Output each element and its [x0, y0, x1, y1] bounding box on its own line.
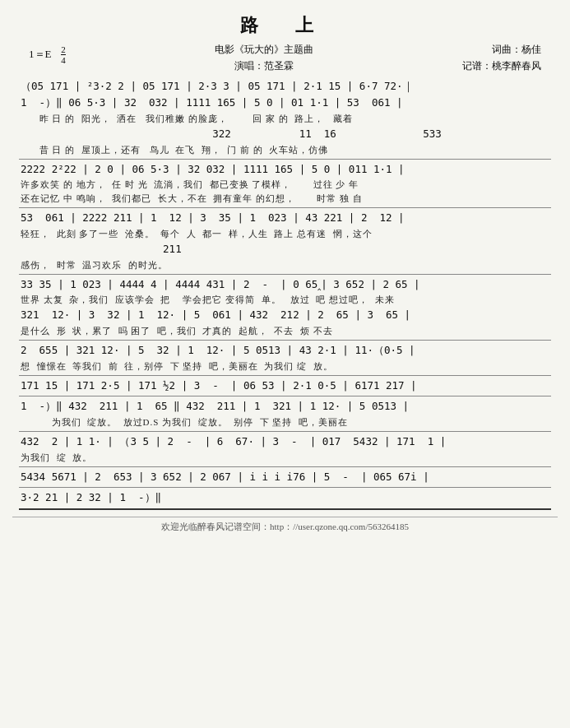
key-time: 1＝E 2 4 [29, 41, 66, 65]
separator-line [19, 431, 551, 432]
separator-line [19, 396, 551, 396]
notation-line: 432 2 | 1 1· | （3 5 | 2 - | 6 67· | 3 - … [19, 434, 551, 451]
notation-line: 321 12· | 3 32 | 1 12· | 5 061 | 432 212… [19, 307, 551, 324]
film-line2: 演唱：范圣霖 [215, 58, 313, 74]
notation-line: （05 171 | ²3·2 2 | 05 171 | 2·3 3 | 05 1… [19, 78, 551, 95]
lyric-line: 为我们 绽 放。 [19, 451, 551, 465]
separator-line [19, 466, 551, 467]
page: 路 上 1＝E 2 4 电影《玩大的》主题曲 演唱：范圣霖 词曲：杨佳 记谱：桃… [12, 8, 558, 533]
notation-line: 5434 5671 | 2 653 | 3 652 | 2 067 | i i … [19, 469, 551, 486]
notation-line: 322 11 16 533 [19, 126, 551, 143]
credits: 词曲：杨佳 记谱：桃李醉春风 [462, 41, 541, 75]
separator-line [19, 487, 551, 488]
lyric-line: 还在记忆 中 鸣响， 我们都已 长大，不在 拥有童年 的幻想， 时常 独 自 [19, 192, 551, 206]
separator-line [19, 159, 551, 160]
separator-line [19, 274, 551, 275]
film-line1: 电影《玩大的》主题曲 [215, 41, 313, 58]
notation-line: 3·2 21 | 2 32 | 1 -）‖ [19, 489, 551, 507]
page-title: 路 上 [12, 8, 558, 38]
lyric-line: 想 憧憬在 等我们 前 往，别停 下 坚持 吧，美丽在 为我们 绽 放。 [19, 359, 551, 373]
notation-line: 53 061 | 2222 211 | 1 12 | 3 35 | 1 023 … [19, 210, 551, 227]
subtitle-block: 1＝E 2 4 电影《玩大的》主题曲 演唱：范圣霖 词曲：杨佳 记谱：桃李醉春风 [12, 41, 558, 75]
notation-line: 1 -）‖ 06 5·3 | 32 032 | 1111 165 | 5 0 |… [19, 95, 551, 112]
separator-line [19, 207, 551, 208]
lyric-line: 为我们 绽放。 放过D.S 为我们 绽放。 别停 下 坚持 吧，美丽在 [19, 415, 551, 429]
film-info: 电影《玩大的》主题曲 演唱：范圣霖 [215, 41, 313, 75]
time-signature: 2 4 [61, 44, 66, 65]
thick-separator-line [19, 508, 551, 510]
notation-line: 1 -）‖ 432 211 | 1 65 ‖ 432 211 | 1 321 |… [19, 398, 551, 415]
lyric-line: 昔 日 的 屋顶上，还有 鸟儿 在飞 翔， 门 前 的 火车站，仿佛 [19, 143, 551, 157]
lyric-line: 感伤， 时常 温习欢乐 的时光。 [19, 258, 551, 272]
notation-line: 2 655 | 321 12· | 5 32 | 1 12· | 5 0513 … [19, 342, 551, 359]
credits-line1: 词曲：杨佳 [462, 41, 541, 58]
lyric-line: 许多欢笑 的 地方， 任 时 光 流淌，我们 都已变换 了模样， 过往 少 年 [19, 178, 551, 192]
notation-line: 211 [19, 241, 551, 258]
notation-line: 171 15 | 171 2·5 | 171 ½2 | 3 - | 06 53 … [19, 378, 551, 395]
footer: 欢迎光临醉春风记谱空间：http：//user.qzone.qq.com/563… [12, 517, 558, 533]
separator-line [19, 375, 551, 376]
lyric-line: 昨 日 的 阳光， 洒在 我们稚嫩 的脸庞， 回 家 的 路上， 藏着 [19, 112, 551, 126]
separator-line [19, 340, 551, 341]
main-content: （05 171 | ²3·2 2 | 05 171 | 2·3 3 | 05 1… [12, 78, 558, 510]
credits-line2: 记谱：桃李醉春风 [462, 58, 541, 74]
notation-line: 33 35 | 1 023 | 4444 4 | 4444 431 | 2 - … [19, 276, 551, 294]
lyric-line: 轻狂， 此刻 多了一些 沧桑。 每个 人 都一 样，人生 路上 总有迷 惘，这个 [19, 227, 551, 241]
notation-line: 2222 2²22 | 2 0 | 06 5·3 | 32 032 | 1111… [19, 161, 551, 179]
lyric-line: 是什么 形 状，累了 吗 困了 吧，我们 才真的 起航， 不去 烦 不去 [19, 324, 551, 338]
lyric-line: 世界 太复 杂，我们 应该学会 把 学会把它 变得简 单。 放过 吧 想过吧， … [19, 293, 551, 307]
